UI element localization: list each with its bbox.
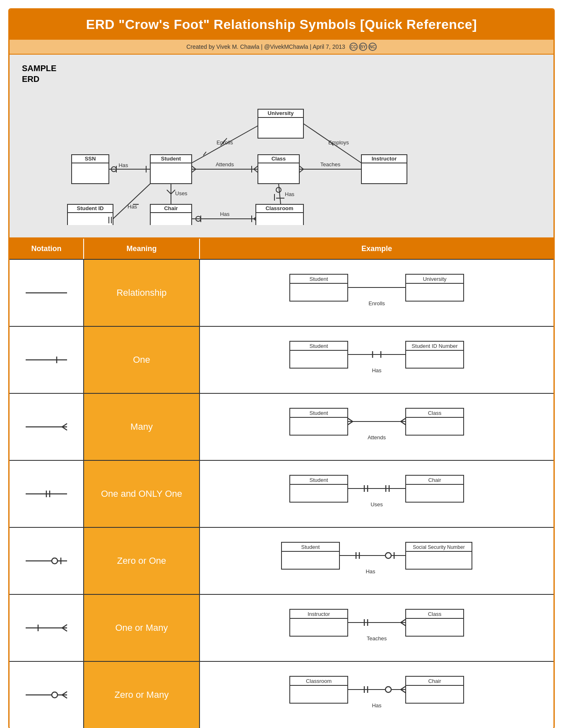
svg-text:Chair: Chair xyxy=(164,205,178,211)
svg-text:Enrolls: Enrolls xyxy=(368,300,385,307)
svg-text:Class: Class xyxy=(428,611,442,617)
erd-canvas: Has Has Enrolls < Class (many on both si… xyxy=(22,84,541,225)
example-many: Student Class Attends xyxy=(200,394,553,460)
example-zero-one-svg: Student Social Security Number Has xyxy=(269,534,484,588)
notation-row-zero-many: Zero or Many Classroom Chair Has xyxy=(10,662,553,728)
relationship-symbol-svg xyxy=(22,287,71,299)
example-one-many-svg: Instructor Class Teaches xyxy=(269,601,484,655)
svg-text:Uses: Uses xyxy=(175,190,188,196)
erd-svg: Has Has Enrolls < Class (many on both si… xyxy=(55,84,428,225)
meaning-zero-one: Zero or One xyxy=(84,528,200,594)
meaning-one-many: One or Many xyxy=(84,595,200,661)
notation-table-header: Notation Meaning Example xyxy=(10,239,553,260)
svg-text:Teaches: Teaches xyxy=(320,161,341,168)
zero-one-symbol-svg xyxy=(22,555,71,567)
one-only-symbol-svg xyxy=(22,488,71,500)
svg-text:Has: Has xyxy=(285,191,295,197)
example-zero-many-svg: Classroom Chair Has xyxy=(269,668,484,722)
svg-text:Has: Has xyxy=(118,162,128,168)
svg-text:Student: Student xyxy=(310,477,328,483)
meaning-relationship: Relationship xyxy=(84,260,200,326)
example-many-svg: Student Class Attends xyxy=(269,400,484,454)
svg-text:Student: Student xyxy=(310,343,328,349)
one-symbol-svg xyxy=(22,354,71,366)
symbol-relationship xyxy=(10,260,84,326)
notation-row-one-only: One and ONLY One Student Chair Uses xyxy=(10,461,553,528)
svg-text:Student ID Number: Student ID Number xyxy=(411,343,458,349)
erd-section: SAMPLEERD Has Has xyxy=(10,55,553,239)
example-one: Student Student ID Number Has xyxy=(200,327,553,393)
svg-line-23 xyxy=(279,184,281,204)
nc-icon: NC xyxy=(368,43,377,51)
symbol-zero-one xyxy=(10,528,84,594)
svg-line-30 xyxy=(171,190,175,194)
example-one-many: Instructor Class Teaches xyxy=(200,595,553,661)
svg-line-5 xyxy=(113,184,150,219)
svg-text:Has: Has xyxy=(128,204,137,210)
svg-text:Classroom: Classroom xyxy=(306,678,332,684)
svg-point-146 xyxy=(385,687,391,692)
meaning-one-only: One and ONLY One xyxy=(84,461,200,527)
symbol-zero-many xyxy=(10,662,84,728)
symbol-one-many xyxy=(10,595,84,661)
svg-text:Classroom: Classroom xyxy=(265,205,293,211)
svg-text:Attends: Attends xyxy=(368,434,386,441)
subtitle-text: Created by Vivek M. Chawla | @VivekMChaw… xyxy=(186,43,345,50)
meaning-many: Many xyxy=(84,394,200,460)
svg-text:Class: Class xyxy=(272,156,286,162)
svg-text:Social Security Number: Social Security Number xyxy=(413,544,464,550)
header-meaning: Meaning xyxy=(84,239,200,259)
svg-text:Student ID: Student ID xyxy=(77,205,104,211)
svg-text:Has: Has xyxy=(220,211,230,217)
symbol-one xyxy=(10,327,84,393)
svg-text:Instructor: Instructor xyxy=(372,156,397,162)
example-relationship: Student University Enrolls xyxy=(200,260,553,326)
symbol-one-only xyxy=(10,461,84,527)
subtitle-bar: Created by Vivek M. Chawla | @VivekMChaw… xyxy=(10,40,553,55)
svg-text:Has: Has xyxy=(372,367,382,374)
header-example: Example xyxy=(200,239,553,259)
svg-text:Student: Student xyxy=(310,276,328,282)
svg-text:University: University xyxy=(268,110,294,116)
notation-row-one: One Student Student ID Number Has xyxy=(10,327,553,394)
notation-row-zero-one: Zero or One Student Social Security Numb… xyxy=(10,528,553,595)
svg-text:Has: Has xyxy=(366,568,375,575)
svg-text:Instructor: Instructor xyxy=(308,611,330,617)
many-symbol-svg xyxy=(22,421,71,433)
svg-text:Uses: Uses xyxy=(371,501,383,508)
svg-text:Employs: Employs xyxy=(328,139,349,146)
svg-text:University: University xyxy=(423,276,447,282)
svg-point-120 xyxy=(385,553,391,558)
svg-text:Has: Has xyxy=(372,702,382,709)
example-zero-one: Student Social Security Number Has xyxy=(200,528,553,594)
svg-text:Student: Student xyxy=(310,410,328,416)
svg-text:Attends: Attends xyxy=(216,161,234,168)
svg-text:Student: Student xyxy=(161,156,181,162)
one-many-symbol-svg xyxy=(22,622,71,634)
svg-point-109 xyxy=(52,558,58,564)
svg-text:Chair: Chair xyxy=(428,678,441,684)
svg-text:Teaches: Teaches xyxy=(367,635,387,642)
cc-icons: CC BY NC xyxy=(349,43,377,51)
header-notation: Notation xyxy=(10,239,84,259)
notation-row-one-many: One or Many Instructor Class Teaches xyxy=(10,595,553,662)
example-one-only: Student Chair Uses xyxy=(200,461,553,527)
cc-icon: CC xyxy=(349,43,358,51)
svg-point-24 xyxy=(276,187,281,192)
example-zero-many: Classroom Chair Has xyxy=(200,662,553,728)
svg-text:Class: Class xyxy=(428,410,442,416)
svg-text:Student: Student xyxy=(301,544,320,550)
svg-text:Chair: Chair xyxy=(428,477,441,483)
main-container: ERD "Crow's Foot" Relationship Symbols [… xyxy=(8,8,555,728)
example-one-svg: Student Student ID Number Has xyxy=(269,333,484,387)
example-relationship-svg: Student University Enrolls xyxy=(269,266,484,320)
notation-row-relationship: Relationship Student University Enrolls xyxy=(10,260,553,327)
meaning-one: One xyxy=(84,327,200,393)
erd-label: SAMPLEERD xyxy=(22,63,541,84)
by-icon: BY xyxy=(359,43,367,51)
svg-text:SSN: SSN xyxy=(85,156,96,162)
notation-row-many: Many Student Class Attends xyxy=(10,394,553,461)
example-one-only-svg: Student Chair Uses xyxy=(269,467,484,521)
svg-line-29 xyxy=(167,190,171,194)
zero-many-symbol-svg xyxy=(22,689,71,701)
